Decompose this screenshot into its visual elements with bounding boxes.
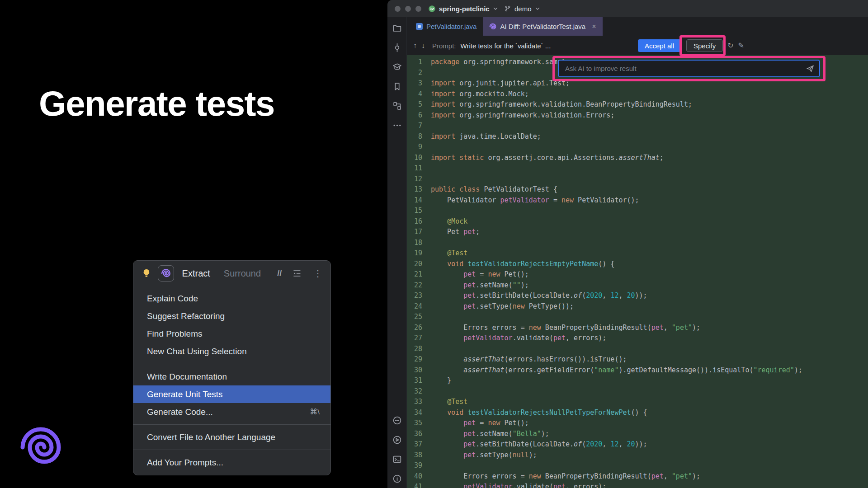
- menu-divider: [133, 424, 330, 425]
- ai-chat-icon[interactable]: [392, 416, 402, 425]
- menu-item-new-chat-using-selection[interactable]: New Chat Using Selection: [133, 343, 330, 360]
- tab-petvalidator-java[interactable]: PetValidator.java: [410, 17, 483, 36]
- more-tool-windows-icon[interactable]: [392, 121, 402, 130]
- project-folder-icon[interactable]: [392, 23, 402, 33]
- branch-name: demo: [514, 5, 532, 13]
- prompt-text: Write tests for the `validate` ...: [461, 42, 551, 50]
- terminal-icon[interactable]: [392, 455, 402, 464]
- branch-selector[interactable]: demo: [504, 0, 540, 17]
- screenshot-root: { "slide": { "title": "Generate tests" }…: [0, 0, 868, 488]
- menu-item-find-problems[interactable]: Find Problems: [133, 325, 330, 343]
- editor-gutter: 1234567891011121314151617181920212223242…: [407, 57, 426, 488]
- line-number: 14: [407, 195, 422, 206]
- line-number: 34: [407, 408, 422, 418]
- tool-window-strip: [387, 17, 407, 488]
- ai-assistant-toggle[interactable]: [158, 265, 174, 282]
- next-diff-icon[interactable]: ↓: [421, 42, 425, 49]
- window-close-button[interactable]: [395, 6, 401, 12]
- line-number: 27: [407, 333, 422, 344]
- window-zoom-button[interactable]: [415, 6, 421, 12]
- kebab-menu-icon[interactable]: ⋮: [313, 268, 322, 279]
- bookmarks-icon[interactable]: [392, 82, 402, 91]
- line-number: 12: [407, 174, 422, 185]
- code-line: import java.time.LocalDate;: [431, 131, 802, 142]
- code-line: import org.springframework.validation.Er…: [431, 110, 802, 121]
- line-number: 38: [407, 450, 422, 461]
- line-number: 41: [407, 482, 422, 488]
- menu-item-convert-file-to-another-language[interactable]: Convert File to Another Language: [133, 428, 330, 446]
- code-line: public class PetValidatorTest {: [431, 184, 802, 195]
- line-number: 11: [407, 163, 422, 174]
- menu-item-explain-code[interactable]: Explain Code: [133, 290, 330, 307]
- menu-item-generate-code[interactable]: Generate Code...⌘\: [133, 403, 330, 421]
- reformat-action-icon[interactable]: [292, 269, 302, 278]
- accept-all-button[interactable]: Accept all: [638, 39, 681, 52]
- line-number: 5: [407, 99, 422, 110]
- edit-prompt-icon[interactable]: ✎: [738, 42, 744, 49]
- line-number: 32: [407, 386, 422, 397]
- code-line: import org.mockito.Mock;: [431, 89, 802, 100]
- diff-toolbar: ↑ ↓ Prompt: Write tests for the `validat…: [407, 36, 868, 55]
- regenerate-icon[interactable]: ↻: [727, 42, 733, 49]
- menu-item-suggest-refactoring[interactable]: Suggest Refactoring: [133, 307, 330, 325]
- project-selector[interactable]: spring-petclinic: [428, 0, 498, 17]
- commit-icon[interactable]: [392, 43, 402, 52]
- line-number: 40: [407, 471, 422, 482]
- spring-project-icon: [428, 5, 436, 13]
- ai-assistant-logo: [18, 425, 63, 470]
- line-number: 15: [407, 206, 422, 216]
- code-line: pet = new Pet();: [431, 418, 802, 429]
- chevron-down-icon: [493, 6, 498, 11]
- close-icon[interactable]: ×: [592, 23, 596, 31]
- prev-diff-icon[interactable]: ↑: [413, 42, 417, 49]
- line-number: 6: [407, 110, 422, 121]
- window-minimize-button[interactable]: [405, 6, 411, 12]
- structure-icon[interactable]: [392, 101, 402, 111]
- code-line: import org.springframework.validation.Be…: [431, 99, 802, 110]
- code-line: Pet pet;: [431, 227, 802, 238]
- line-number: 8: [407, 131, 422, 142]
- code-line: pet.setName("");: [431, 280, 802, 291]
- menu-item-generate-unit-tests[interactable]: Generate Unit Tests: [133, 385, 330, 403]
- code-line: [431, 163, 802, 174]
- line-number: 29: [407, 354, 422, 365]
- line-number: 2: [407, 68, 422, 79]
- project-name: spring-petclinic: [439, 5, 490, 13]
- context-menu-list: Explain CodeSuggest RefactoringFind Prob…: [133, 286, 330, 471]
- comment-action-icon[interactable]: //: [277, 269, 282, 278]
- run-icon[interactable]: [392, 435, 402, 445]
- line-number: 30: [407, 365, 422, 376]
- line-number: 3: [407, 78, 422, 89]
- line-number: 25: [407, 312, 422, 323]
- code-line: pet.setBirthDate(LocalDate.of(2020, 12, …: [431, 291, 802, 301]
- ai-diff-icon: [489, 23, 496, 30]
- code-line: [431, 174, 802, 185]
- line-number: 31: [407, 375, 422, 386]
- code-line: Errors errors = new BeanPropertyBindingR…: [431, 323, 802, 333]
- line-number: 18: [407, 238, 422, 249]
- code-line: pet.setType(new PetType());: [431, 301, 802, 312]
- tab-ai-diff-petvalidatortest-java[interactable]: AI Diff: PetValidatorTest.java ×: [483, 17, 602, 36]
- intention-toolbar: Extract Surround // ⋮: [133, 261, 330, 286]
- line-number: 26: [407, 323, 422, 333]
- code-line: [431, 142, 802, 153]
- code-line: }: [431, 375, 802, 386]
- line-number: 17: [407, 227, 422, 238]
- line-number: 24: [407, 301, 422, 312]
- line-number: 7: [407, 121, 422, 131]
- annotation-highlight-specify: [679, 35, 726, 56]
- code-line: [431, 121, 802, 131]
- editor-code: package org.springframework.sampl import…: [426, 57, 802, 488]
- surround-action[interactable]: Surround: [224, 268, 261, 279]
- code-line: void testValidatorRejectsNullPetTypeForN…: [431, 408, 802, 418]
- menu-item-add-your-prompts[interactable]: Add Your Prompts...: [133, 454, 330, 471]
- info-icon[interactable]: [392, 474, 402, 483]
- intention-bulb-icon[interactable]: [142, 268, 151, 278]
- menu-item-write-documentation[interactable]: Write Documentation: [133, 368, 330, 385]
- courses-icon[interactable]: [392, 62, 402, 72]
- code-line: @Mock: [431, 216, 802, 227]
- extract-action[interactable]: Extract: [182, 268, 210, 279]
- code-line: [431, 312, 802, 323]
- code-line: [431, 206, 802, 216]
- diff-editor[interactable]: 1234567891011121314151617181920212223242…: [407, 55, 868, 488]
